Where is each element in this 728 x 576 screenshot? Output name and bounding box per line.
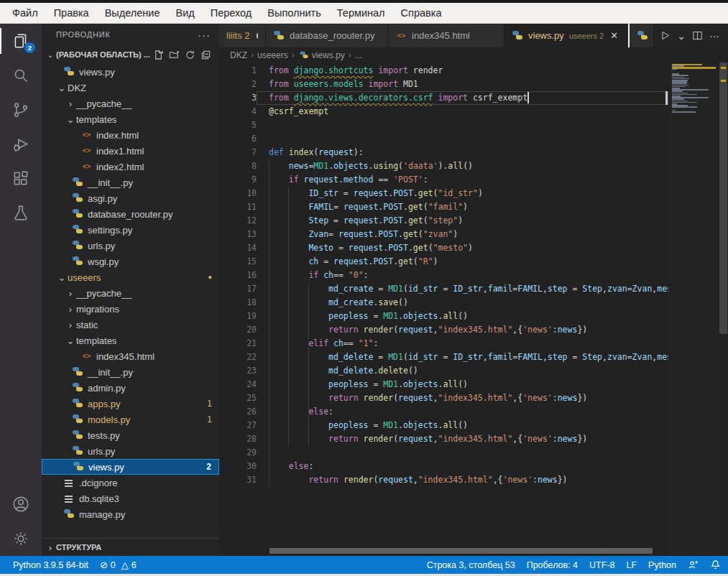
tree-file-db.sqlite3[interactable]: db.sqlite3 [42, 491, 219, 506]
breadcrumb[interactable]: DKZ›useeers›views.py›... [219, 47, 728, 62]
breadcrumb-item-DKZ[interactable]: DKZ [230, 50, 247, 60]
line-number: 15 [219, 255, 257, 269]
code-line: if ch== "0": [269, 269, 668, 282]
status-indentation[interactable]: Пробелов: 4 [527, 560, 578, 570]
tree-folder-useeers[interactable]: ⌄useeers● [42, 269, 219, 285]
tree-file-settings.py[interactable]: settings.py [42, 222, 219, 238]
sidebar-more-actions-icon[interactable]: ··· [198, 29, 211, 41]
breadcrumb-item-...[interactable]: ... [355, 50, 362, 60]
tree-file-tests.py[interactable]: tests.py [42, 427, 219, 443]
tree-file-index1.html[interactable]: <>index1.html [42, 143, 219, 159]
tree-file-views.py[interactable]: views.py2 [42, 459, 219, 475]
menu-item-Терминал[interactable]: Терминал [329, 3, 393, 23]
tree-folder-templates[interactable]: ⌄templates [42, 111, 219, 127]
tree-file-views.py[interactable]: views.py [42, 64, 219, 80]
tree-file-urls.py[interactable]: urls.py [42, 443, 219, 459]
search-icon[interactable] [0, 58, 42, 93]
menu-item-Выполнить[interactable]: Выполнить [259, 3, 328, 23]
explorer-icon[interactable]: 2 [0, 24, 42, 58]
status-eol[interactable]: LF [626, 560, 637, 570]
tree-file-apps.py[interactable]: apps.py1 [42, 396, 219, 412]
tab-vie[interactable]: vie [630, 24, 654, 47]
tree-folder-migrations[interactable]: ›migrations [42, 301, 219, 317]
outline-section-header[interactable]: › СТРУКТУРА [42, 538, 219, 556]
minimap-warning-mark [672, 67, 716, 69]
warnings-icon: △ [121, 559, 129, 570]
tree-file-__init__.py[interactable]: __init__.py [42, 364, 219, 380]
code-line: ID_str = request.POST.get("id_str") [269, 187, 668, 200]
breadcrumb-item-useeers[interactable]: useeers [257, 50, 288, 60]
tab-database_roouter.py[interactable]: database_roouter.py [266, 24, 388, 47]
source-control-icon[interactable] [0, 93, 42, 127]
tab-views.py[interactable]: views.pyuseeers 2✕ [504, 24, 630, 47]
menu-item-Выделение[interactable]: Выделение [97, 3, 168, 23]
tree-file-index2.html[interactable]: <>index2.html [42, 159, 219, 175]
tree-file-wsgi.py[interactable]: wsgi.py [42, 254, 219, 269]
line-number: 12 [219, 214, 257, 228]
tab-liiits-2[interactable]: liiits 2 [219, 24, 266, 47]
testing-icon[interactable] [0, 196, 42, 231]
tree-file-admin.py[interactable]: admin.py [42, 380, 219, 396]
tree-file-index345.html[interactable]: <>index345.html [42, 348, 219, 364]
minimap[interactable] [671, 62, 719, 556]
tree-folder-__pycache__[interactable]: ›__pycache__ [42, 96, 219, 111]
vertical-scrollbar-thumb[interactable] [719, 62, 727, 334]
tree-file-asgi.py[interactable]: asgi.py [42, 190, 219, 206]
tree-file-manage.py[interactable]: manage.py [42, 506, 219, 522]
tab-description: useeers 2 [569, 32, 604, 40]
new-folder-icon[interactable] [166, 47, 182, 62]
status-language[interactable]: Python [648, 560, 676, 570]
status-problems[interactable]: ⊘0△6 [100, 559, 142, 570]
tree-item-label: __pycache__ [76, 288, 132, 299]
collapse-all-icon[interactable] [198, 47, 213, 62]
more-actions-button[interactable]: ··· [706, 27, 722, 45]
horizontal-scrollbar-thumb[interactable] [269, 548, 653, 554]
menu-item-Вид[interactable]: Вид [167, 3, 202, 23]
code-editor[interactable]: 1234567891011121314151617181920212223242… [219, 62, 728, 556]
html-file-icon: <> [80, 350, 93, 362]
status-cursor-position[interactable]: Строка 3, столбец 53 [427, 560, 515, 570]
menu-item-Файл[interactable]: Файл [4, 3, 46, 23]
status-bar-right: Строка 3, столбец 53Пробелов: 4UTF-8LFPy… [415, 559, 721, 570]
tree-file-models.py[interactable]: models.py1 [42, 412, 219, 427]
menu-item-Переход[interactable]: Переход [203, 3, 260, 23]
outline-section-label: СТРУКТУРА [56, 543, 101, 552]
close-icon[interactable]: ✕ [610, 30, 618, 41]
problems-count-badge: 2 [206, 462, 211, 472]
menu-bar: ФайлПравкаВыделениеВидПереходВыполнитьТе… [0, 3, 728, 24]
python-file-icon [73, 461, 85, 473]
tree-folder-templates[interactable]: ⌄templates [42, 333, 219, 348]
run-dropdown[interactable]: ⌄ [674, 27, 688, 45]
tree-file-__init__.py[interactable]: __init__.py [42, 175, 219, 190]
line-number: 9 [219, 173, 257, 187]
settings-icon[interactable] [0, 521, 42, 556]
split-editor-button[interactable] [688, 27, 706, 45]
account-icon[interactable] [0, 487, 42, 521]
tree-file-.dcignore[interactable]: .dcignore [42, 475, 219, 491]
tree-folder-DKZ[interactable]: ⌄DKZ [42, 80, 219, 96]
line-number: 16 [219, 269, 257, 282]
extensions-icon[interactable] [0, 162, 42, 196]
tree-file-urls.py[interactable]: urls.py [42, 238, 219, 254]
tab-index345.html[interactable]: <>index345.html [388, 24, 504, 47]
tree-folder-static[interactable]: ›static [42, 317, 219, 333]
chevron-right-icon: › [292, 50, 295, 60]
code-line: ch = request.POST.get("R") [269, 255, 668, 269]
tree-file-index.html[interactable]: <>index.html [42, 127, 219, 143]
breadcrumb-item-views.py[interactable]: views.py [312, 50, 345, 60]
status-feedback[interactable] [688, 559, 699, 570]
tree-folder-__pycache__[interactable]: ›__pycache__ [42, 285, 219, 301]
new-file-icon[interactable] [150, 47, 166, 62]
status-python-version[interactable]: Python 3.9.5 64-bit [13, 559, 88, 570]
python-file-icon [72, 256, 84, 267]
vertical-scrollbar[interactable] [719, 62, 728, 556]
menu-item-Правка[interactable]: Правка [46, 3, 97, 23]
run-button[interactable] [656, 27, 674, 45]
status-notifications[interactable] [710, 559, 721, 570]
status-encoding[interactable]: UTF-8 [589, 560, 614, 570]
workspace-section-header[interactable]: ⌄ (РАБОЧАЯ ОБЛАСТЬ) ... [42, 45, 219, 64]
refresh-icon[interactable] [182, 47, 198, 62]
run-debug-icon[interactable] [0, 127, 42, 162]
tree-file-database_roouter.py[interactable]: database_roouter.py [42, 206, 219, 222]
menu-item-Справка[interactable]: Справка [393, 3, 450, 23]
